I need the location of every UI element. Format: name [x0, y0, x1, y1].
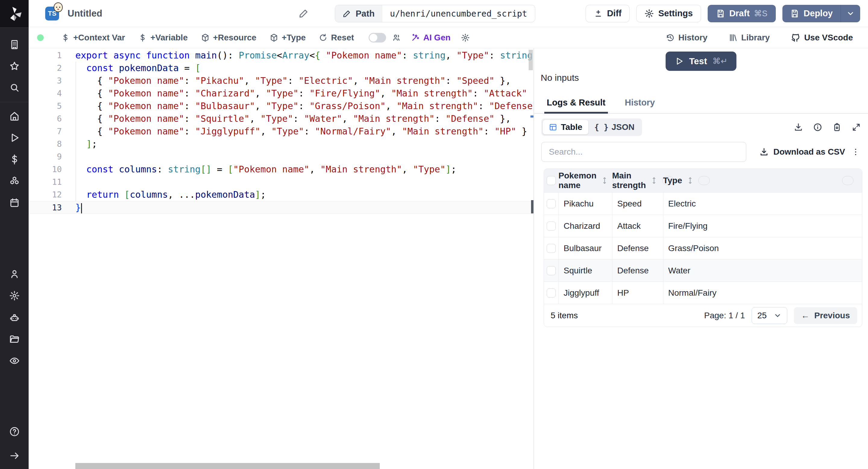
- reset-button[interactable]: Reset: [312, 33, 361, 42]
- dollar-icon: [61, 33, 70, 42]
- refresh-icon: [319, 33, 327, 42]
- diff-button[interactable]: Diff: [586, 5, 629, 22]
- add-type-button[interactable]: +Type: [263, 33, 313, 42]
- code-line-9[interactable]: 9: [29, 150, 533, 163]
- audit-eye-icon[interactable]: [8, 355, 21, 367]
- cell: Charizard: [558, 215, 612, 237]
- search-icon[interactable]: [8, 82, 21, 94]
- code-line-12[interactable]: 12 return [columns, ...pokemonData];: [29, 188, 533, 201]
- favorites-star-icon[interactable]: [8, 60, 21, 72]
- code-lines[interactable]: 1export async function main(): Promise<A…: [29, 49, 533, 214]
- code-line-8[interactable]: 8 ];: [29, 138, 533, 150]
- expand-sidebar-arrow-icon[interactable]: [8, 450, 21, 462]
- edit-title-pencil-icon[interactable]: [299, 8, 309, 20]
- table-row-bulbasaur[interactable]: BulbasaurDefenseGrass/Poison: [544, 237, 862, 259]
- code-text: const columns: string[] = ["Pokemon name…: [62, 163, 456, 176]
- editor-settings-gear-icon[interactable]: [457, 33, 473, 42]
- table-row-charizard[interactable]: CharizardAttackFire/Flying: [544, 215, 862, 237]
- add-context-var-button[interactable]: +Context Var: [55, 33, 132, 42]
- code-text: export async function main(): Promise<Ar…: [62, 49, 533, 62]
- users-person-icon[interactable]: [8, 268, 21, 280]
- copy-clipboard-icon[interactable]: [832, 123, 841, 132]
- windmill-logo[interactable]: [0, 0, 29, 28]
- table-menu-kebab-icon[interactable]: [851, 147, 860, 156]
- variables-dollar-icon[interactable]: [8, 153, 21, 165]
- add-variable-button[interactable]: +Variable: [132, 33, 194, 42]
- code-line-13[interactable]: 13}: [29, 201, 533, 214]
- test-button[interactable]: Test ⌘↵: [665, 52, 736, 71]
- sort-icon[interactable]: [686, 177, 694, 184]
- view-table-button[interactable]: Table: [543, 120, 588, 134]
- sort-icon[interactable]: [601, 177, 609, 184]
- code-line-7[interactable]: 7 { "Pokemon name": "Jigglypuff", "Type"…: [29, 125, 533, 138]
- sort-icon[interactable]: [650, 177, 658, 184]
- download-result-icon[interactable]: [794, 123, 803, 132]
- workspace-building-icon[interactable]: [8, 39, 21, 51]
- runs-play-icon[interactable]: [8, 132, 21, 144]
- result-tabs: Logs & Result History: [534, 95, 868, 114]
- code-line-11[interactable]: 11: [29, 176, 533, 188]
- info-icon[interactable]: [813, 123, 822, 132]
- code-line-1[interactable]: 1export async function main(): Promise<A…: [29, 49, 533, 62]
- row-checkbox[interactable]: [547, 222, 556, 230]
- code-line-2[interactable]: 2 const pokemonData = [: [29, 62, 533, 74]
- search-input[interactable]: [541, 142, 746, 162]
- deploy-dropdown-button[interactable]: [841, 5, 860, 22]
- column-header-type[interactable]: Type: [663, 176, 862, 185]
- previous-page-button[interactable]: ← Previous: [794, 307, 857, 324]
- table-row-jigglypuff[interactable]: JigglypuffHPNormal/Fairy: [544, 282, 862, 304]
- column-toggle[interactable]: [698, 176, 710, 185]
- editor-vertical-scrollbar[interactable]: [529, 50, 533, 70]
- cell: Pikachu: [558, 193, 612, 215]
- folders-icon[interactable]: [8, 333, 21, 345]
- previous-label: Previous: [814, 311, 850, 320]
- row-checkbox[interactable]: [547, 199, 556, 208]
- code-line-5[interactable]: 5 { "Pokemon name": "Bulbasaur", "Type":…: [29, 100, 533, 113]
- arrow-left-icon: ←: [801, 311, 809, 320]
- workers-robot-icon[interactable]: [8, 311, 21, 323]
- add-resource-button[interactable]: +Resource: [194, 33, 263, 42]
- code-line-6[interactable]: 6 { "Pokemon name": "Squirtle", "Type": …: [29, 113, 533, 125]
- code-editor[interactable]: 1export async function main(): Promise<A…: [29, 49, 533, 469]
- table-row-pikachu[interactable]: PikachuSpeedElectric: [544, 192, 862, 215]
- column-header-pokemon-name[interactable]: Pokemon name: [558, 171, 612, 190]
- settings-button[interactable]: Settings: [636, 5, 701, 22]
- column-toggle-end[interactable]: [842, 176, 854, 185]
- package-icon: [270, 33, 278, 42]
- diff-mode-toggle[interactable]: [369, 33, 386, 42]
- baby-emoji-badge: [54, 2, 63, 12]
- row-checkbox[interactable]: [547, 288, 556, 298]
- deploy-split-button[interactable]: Deploy: [782, 5, 860, 22]
- download-csv-button[interactable]: Download as CSV: [760, 147, 845, 157]
- code-line-3[interactable]: 3 { "Pokemon name": "Pikachu", "Type": "…: [29, 74, 533, 87]
- schedules-calendar-icon[interactable]: [8, 197, 21, 209]
- path-field[interactable]: Path u/henri/unencumbered_script: [335, 5, 535, 22]
- result-table: Pokemon nameMain strengthType PikachuSpe…: [544, 168, 862, 327]
- expand-fullscreen-icon[interactable]: [852, 123, 861, 132]
- row-checkbox[interactable]: [547, 266, 556, 275]
- home-icon[interactable]: [8, 110, 21, 122]
- settings-gear-icon[interactable]: [8, 290, 21, 302]
- resources-cubes-icon[interactable]: [8, 175, 21, 187]
- table-row-squirtle[interactable]: SquirtleDefenseWater: [544, 259, 862, 282]
- line-number: 5: [29, 100, 62, 113]
- ai-gen-button[interactable]: AI Gen: [404, 33, 457, 42]
- library-button[interactable]: Library: [722, 33, 776, 42]
- code-line-10[interactable]: 10 const columns: string[] = ["Pokemon n…: [29, 163, 533, 176]
- use-vscode-button[interactable]: Use VScode: [784, 33, 860, 42]
- tab-history[interactable]: History: [625, 98, 655, 113]
- draft-button[interactable]: Draft ⌘S: [708, 5, 776, 22]
- row-checkbox[interactable]: [547, 244, 556, 253]
- page-size-select[interactable]: 25: [752, 307, 787, 324]
- multiplayer-icon[interactable]: [389, 33, 404, 42]
- editor-horizontal-scrollbar[interactable]: [75, 463, 380, 469]
- code-line-4[interactable]: 4 { "Pokemon name": "Charizard", "Type":…: [29, 87, 533, 100]
- select-all-checkbox[interactable]: [547, 176, 556, 185]
- history-button[interactable]: History: [659, 33, 714, 42]
- help-icon[interactable]: [8, 426, 21, 438]
- table-icon: [549, 123, 557, 131]
- tab-logs-result[interactable]: Logs & Result: [547, 98, 606, 113]
- deploy-button[interactable]: Deploy: [782, 5, 841, 22]
- view-json-button[interactable]: { } JSON: [588, 120, 641, 134]
- column-header-main-strength[interactable]: Main strength: [612, 171, 663, 190]
